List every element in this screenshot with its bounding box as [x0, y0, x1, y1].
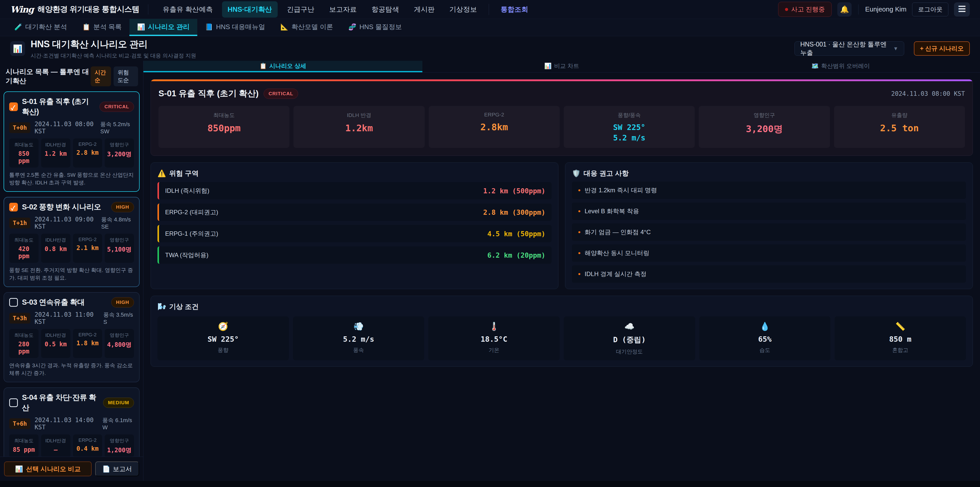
notification-bell-button[interactable]: 🔔: [837, 2, 852, 17]
ruler-icon: 📏: [837, 321, 963, 331]
nav-item-board[interactable]: 게시판: [408, 1, 440, 18]
severity-badge: CRITICAL: [100, 102, 134, 112]
sort-by-time-button[interactable]: 시간순: [91, 66, 111, 86]
scenario-title: S-03 연속유출 확대: [22, 297, 107, 308]
logout-button[interactable]: 로그아웃: [912, 3, 948, 16]
wind-icon: 💨: [296, 321, 422, 331]
page-subtitle: 시간·조건별 대기확산 예측 시나리오 비교·검토 및 대응 의사결정 지원: [30, 52, 789, 59]
metric-label: 영향인구: [701, 112, 827, 119]
stat-max-concentration: 최대농도 420 ppm: [9, 234, 38, 263]
stat-value: 2.1 km: [75, 244, 100, 252]
scenario-description: 톨루엔 2.5톤 순간 유출. SW 풍향으로 온산 산업단지 방향 확산. I…: [9, 171, 134, 187]
stat-label: ERPG-2: [75, 237, 100, 242]
nav-item-hns[interactable]: HNS·대기확산: [222, 1, 278, 18]
stat-erpg2: ERPG-2 0.4 km: [73, 434, 102, 457]
incident-select[interactable]: HNS-001 · 울산 온산항 톨루엔 누출 ▼: [794, 42, 904, 56]
compare-scenarios-button[interactable]: 📊 선택 시나리오 비교: [4, 461, 92, 476]
subtab-analysis-list[interactable]: 📋 분석 목록: [75, 19, 129, 36]
recommendations-panel: 🛡️ 대응 권고 사항 반경 1.2km 즉시 대피 명령 Level B 화학…: [565, 163, 973, 289]
nav-item-aerial[interactable]: 항공탐색: [366, 1, 405, 18]
danger-zones-panel: ⚠️ 위험 구역 IDLH (즉시위험) 1.2 km (500ppm) ERP…: [151, 163, 558, 289]
clipboard-icon: 📋: [259, 62, 267, 69]
zone-row-twa: TWA (작업허용) 6.2 km (20ppm): [158, 246, 552, 264]
scenario-card-s03[interactable]: S-03 연속유출 확대 HIGH T+3h 2024.11.03 11:00 …: [3, 292, 140, 382]
scenario-time: 2024.11.03 11:00 KST: [35, 311, 99, 325]
zone-label: TWA (작업허용): [165, 251, 208, 259]
hamburger-icon: ☰: [958, 4, 966, 14]
page-icon: 📊: [10, 41, 25, 56]
metric-label: 풍향/풍속: [566, 112, 692, 119]
subtab-scenario-management[interactable]: 📊 시나리오 관리: [129, 19, 197, 36]
scenario-card-s02[interactable]: S-02 풍향 변화 시나리오 HIGH T+1h 2024.11.03 09:…: [3, 197, 140, 287]
nav-item-integrated[interactable]: 통합조회: [495, 1, 534, 18]
nav-item-oil-spill[interactable]: 유출유 확산예측: [157, 1, 218, 18]
zone-label: ERPG-1 (주의권고): [165, 230, 218, 238]
thermometer-icon: 🌡️: [431, 321, 557, 331]
scenario-card-list: S-01 유출 직후 (초기 확산) CRITICAL T+0h 2024.11…: [0, 90, 143, 457]
stat-value: 85 ppm: [11, 446, 37, 453]
severity-badge: HIGH: [111, 202, 134, 212]
scenario-wind: 풍속 3.5m/s S: [103, 311, 134, 325]
scenario-checkbox[interactable]: [9, 203, 18, 211]
stat-label: IDLH반경: [43, 438, 68, 444]
scenario-card-s01[interactable]: S-01 유출 직후 (초기 확산) CRITICAL T+0h 2024.11…: [3, 91, 140, 192]
tab-comparison-chart[interactable]: 📊 비교 차트: [422, 61, 701, 72]
nav-item-reports[interactable]: 보고자료: [324, 1, 363, 18]
weather-humidity: 💧 65% 습도: [699, 316, 831, 360]
bar-chart-icon: 📊: [544, 62, 552, 69]
shield-icon: 🛡️: [572, 169, 581, 177]
metric-label: 유출량: [837, 112, 963, 119]
stat-label: 영향인구: [107, 438, 132, 444]
subtab-model-theory[interactable]: 📐 확산모델 이론: [273, 19, 341, 36]
weather-temperature: 🌡️ 18.5°C 기온: [428, 316, 560, 360]
hamburger-menu-button[interactable]: ☰: [954, 2, 970, 17]
detail-scroll-area: S-01 유출 직후 (초기 확산) CRITICAL 2024.11.03 0…: [143, 72, 980, 374]
new-scenario-button[interactable]: + 신규 시나리오: [914, 42, 970, 56]
sort-by-risk-button[interactable]: 위험도순: [114, 66, 138, 86]
stat-value: 1.2 km: [43, 150, 68, 157]
stat-value: 1.8 km: [75, 340, 100, 347]
stat-value: 0.5 km: [43, 341, 68, 348]
nav-item-rescue[interactable]: 긴급구난: [281, 1, 320, 18]
page-title: HNS 대기확산 시나리오 관리: [30, 38, 789, 51]
scenario-checkbox[interactable]: [9, 398, 18, 407]
tab-scenario-detail[interactable]: 📋 시나리오 상세: [143, 61, 422, 72]
chevron-down-icon: ▼: [893, 46, 898, 51]
zone-row-erpg1: ERPG-1 (주의권고) 4.5 km (50ppm): [158, 225, 552, 242]
stat-value: 1,200명: [107, 446, 132, 454]
scenario-time: 2024.11.03 08:00 KST: [35, 121, 96, 135]
subtab-label: 대기확산 분석: [25, 22, 67, 31]
tab-dispersion-overlay[interactable]: 🗺️ 확산범위 오버레이: [701, 61, 980, 72]
stat-label: 최대농도: [11, 332, 37, 339]
warning-icon: ⚠️: [158, 169, 166, 177]
stat-label: 영향인구: [107, 142, 132, 148]
subtab-analysis[interactable]: 🧪 대기확산 분석: [6, 19, 75, 36]
sub-nav: 🧪 대기확산 분석 📋 분석 목록 📊 시나리오 관리 📘 HNS 대응매뉴얼 …: [0, 19, 980, 36]
incident-status-badge: 사고 진행중: [778, 2, 832, 17]
top-nav: Wing 해양환경 위기대응 통합시스템 유출유 확산예측 HNS·대기확산 긴…: [0, 0, 980, 19]
bell-icon: 🔔: [840, 5, 849, 14]
stat-value: –: [43, 446, 68, 453]
metric-label: ERPG-2: [431, 112, 557, 118]
weather-label: 풍향: [160, 346, 286, 354]
subtab-label: HNS 대응매뉴얼: [216, 22, 265, 31]
scenario-wind: 풍속 4.8m/s SE: [101, 216, 134, 230]
sidebar-footer: 📊 선택 시나리오 비교 📄 보고서: [0, 457, 143, 481]
weather-wind-direction: 🧭 SW 225° 풍향: [158, 316, 289, 360]
recommendation-item: 반경 1.2km 즉시 대피 명령: [572, 182, 966, 199]
scenario-detail-card: S-01 유출 직후 (초기 확산) CRITICAL 2024.11.03 0…: [151, 79, 973, 156]
subtab-hns-manual[interactable]: 📘 HNS 대응매뉴얼: [197, 19, 272, 36]
report-button[interactable]: 📄 보고서: [95, 461, 139, 476]
stat-erpg2: ERPG-2 1.8 km: [73, 329, 102, 358]
metric-value: SW 225°: [566, 123, 692, 132]
scenario-checkbox[interactable]: [9, 102, 18, 111]
subtab-substance-info[interactable]: 🧬 HNS 물질정보: [341, 19, 409, 36]
stat-value: 0.8 km: [43, 246, 68, 252]
stat-label: 영향인구: [107, 237, 132, 243]
scenario-card-s04[interactable]: S-04 유출 차단·잔류 확산 MEDIUM T+6h 2024.11.03 …: [3, 387, 140, 457]
metric-affected-population: 영향인구 3,200명: [699, 106, 830, 148]
metric-spill-amount: 유출량 2.5 ton: [834, 106, 965, 148]
scenario-checkbox[interactable]: [9, 298, 18, 307]
nav-item-weather[interactable]: 기상정보: [444, 1, 483, 18]
zone-value: 2.8 km (300ppm): [483, 208, 546, 216]
